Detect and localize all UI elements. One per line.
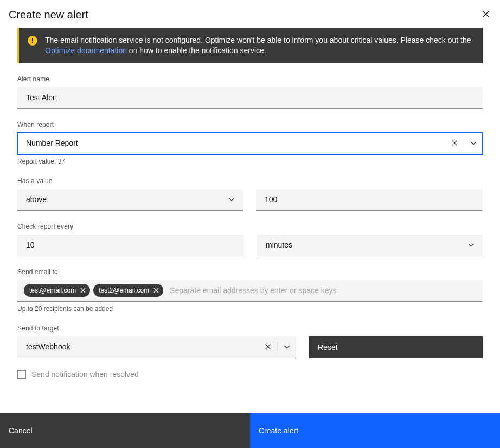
remove-email-button[interactable]: [152, 287, 160, 294]
resolved-checkbox-label: Send notification when resolved: [31, 370, 139, 379]
when-report-dropdown-button[interactable]: [464, 133, 483, 154]
create-alert-modal: Create new alert ! The email notificatio…: [0, 0, 500, 448]
when-report-label: When report: [17, 121, 483, 128]
modal-body: ! The email notification service is not …: [0, 28, 500, 389]
email-placeholder: Separate email addresses by enter or spa…: [170, 286, 336, 295]
check-unit-value: minutes: [266, 241, 292, 249]
chevron-down-icon: [470, 139, 477, 147]
modal-footer: Cancel Create alert: [0, 413, 500, 448]
comparator-select[interactable]: above: [17, 189, 243, 211]
email-pill-text: test2@email.com: [99, 287, 149, 294]
close-button[interactable]: [480, 9, 491, 20]
comparator-value: above: [26, 195, 47, 204]
check-every-label: Check report every: [17, 223, 483, 230]
email-pill-text: test@email.com: [29, 287, 76, 294]
modal-header: Create new alert: [0, 0, 500, 28]
has-value-field: Has a value above: [17, 177, 483, 211]
chevron-down-icon: [467, 241, 475, 249]
close-icon: [264, 343, 272, 350]
documentation-link[interactable]: Optimize documentation: [45, 46, 127, 55]
send-email-label: Send email to: [17, 268, 483, 276]
send-target-field: Send to target testWebhook: [17, 324, 483, 358]
resolved-checkbox[interactable]: [17, 370, 26, 379]
alert-name-label: Alert name: [17, 75, 483, 83]
reset-button[interactable]: Reset: [309, 336, 483, 358]
has-value-label: Has a value: [17, 177, 483, 185]
warning-banner: ! The email notification service is not …: [17, 28, 483, 63]
check-every-field: Check report every minutes: [17, 223, 483, 256]
cancel-button[interactable]: Cancel: [0, 413, 250, 448]
close-icon: [80, 288, 86, 293]
close-icon: [482, 10, 490, 18]
send-target-label: Send to target: [17, 324, 483, 332]
when-report-value: Number Report: [26, 139, 445, 147]
remove-email-button[interactable]: [79, 287, 87, 294]
target-value: testWebhook: [26, 342, 259, 351]
email-pill: test2@email.com: [93, 284, 163, 297]
email-pill: test@email.com: [24, 284, 90, 297]
banner-text-before: The email notification service is not co…: [45, 36, 471, 44]
banner-text: The email notification service is not co…: [45, 35, 474, 56]
alert-name-input[interactable]: [17, 87, 483, 109]
when-report-combo[interactable]: Number Report: [17, 133, 483, 154]
modal-title: Create new alert: [9, 9, 88, 21]
when-report-clear-button[interactable]: [445, 133, 464, 154]
when-report-field: When report Number Report Report value: …: [17, 121, 483, 165]
close-icon: [153, 288, 159, 293]
threshold-input[interactable]: [256, 189, 483, 211]
check-amount-input[interactable]: [17, 235, 244, 256]
modal-body-scroll[interactable]: ! The email notification service is not …: [0, 28, 500, 413]
warning-icon: !: [28, 36, 37, 46]
target-dropdown-button[interactable]: [278, 336, 296, 358]
report-value-helper: Report value: 37: [17, 158, 483, 165]
check-unit-select[interactable]: minutes: [257, 235, 483, 256]
create-alert-button[interactable]: Create alert: [250, 413, 500, 448]
target-clear-button[interactable]: [259, 336, 277, 358]
close-icon: [451, 139, 458, 147]
chevron-down-icon: [283, 343, 291, 350]
resolved-checkbox-row[interactable]: Send notification when resolved: [17, 370, 483, 379]
send-email-field: Send email to test@email.com test2@email…: [17, 268, 483, 313]
chevron-down-icon: [228, 196, 235, 203]
email-helper: Up to 20 recipients can be added: [17, 305, 483, 313]
email-input[interactable]: test@email.com test2@email.com Separate …: [17, 280, 483, 302]
target-combo[interactable]: testWebhook: [17, 336, 296, 358]
banner-text-after: on how to enable the notification servic…: [127, 46, 266, 55]
alert-name-field: Alert name: [17, 75, 483, 109]
